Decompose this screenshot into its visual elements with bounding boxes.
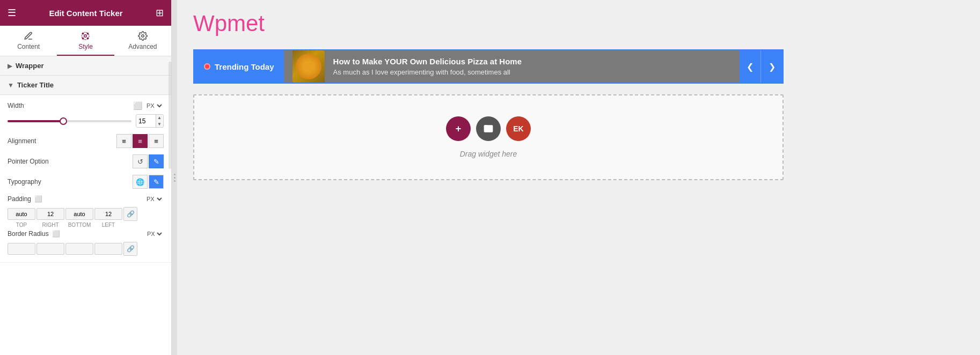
align-left-button[interactable]: ≡ [116,134,131,148]
svg-point-6 [142,35,144,38]
chevron-down-icon: ▼ [8,82,14,89]
align-center-button[interactable]: ≡ [133,134,148,148]
padding-bottom-input[interactable] [65,208,93,220]
padding-section: Padding ⬜ PX % em [8,195,164,228]
svg-point-4 [83,38,84,39]
drop-zone[interactable]: + EK Drag widget here [193,94,784,180]
width-slider-row: ▲ ▼ [8,114,164,128]
chevron-right-icon: ▶ [8,62,12,70]
svg-point-0 [84,35,87,38]
border-radius-section: Border Radius ⬜ PX % [8,230,164,256]
border-radius-br-input[interactable] [65,243,93,255]
width-slider-thumb[interactable] [60,117,67,125]
typography-label: Typography [8,178,41,186]
width-up-arrow[interactable]: ▲ [156,115,163,121]
grid-icon[interactable]: ⊞ [156,7,164,19]
border-radius-tr-input[interactable] [36,243,64,255]
ticker-prev-button[interactable]: ❮ [740,50,761,83]
padding-link-button[interactable]: 🔗 [123,207,137,221]
ek-button[interactable]: EK [506,116,531,141]
ticker-sub-text: As much as I love experimenting with foo… [333,68,522,76]
border-radius-link-button[interactable]: 🔗 [123,242,137,256]
padding-unit-select[interactable]: PX % em [144,195,164,203]
svg-rect-8 [484,125,488,127]
ticker-title-header[interactable]: ▼ Ticker Title [0,76,171,95]
add-widget-button[interactable]: + [446,116,471,141]
wrapper-section-header[interactable]: ▶ Wrapper [0,56,171,76]
alignment-buttons: ≡ ≡ ≡ [116,134,164,148]
ticker-title-section: ▼ Ticker Title Width ⬜ PX % em [0,76,171,263]
svg-point-2 [83,33,84,34]
palette-icon [81,31,90,41]
width-screen-icon: ⬜ [133,101,142,110]
resize-handle[interactable] [172,0,177,355]
sidebar-title: Edit Content Ticker [49,9,122,18]
gear-icon [138,31,148,41]
pointer-option-label: Pointer Option [8,158,49,165]
scroll-handle[interactable] [169,62,172,169]
resize-dots [174,174,175,182]
ticker-title-label: Ticker Title [17,81,54,89]
wpmet-title: Wpmet [193,11,964,36]
pointer-edit-button[interactable]: ✎ [149,154,164,168]
border-radius-unit-select[interactable]: PX % [145,230,164,238]
ticker-text-group: How to Make YOUR Own Delicious Pizza at … [333,57,522,76]
alignment-row: Alignment ≡ ≡ ≡ [8,134,164,148]
svg-point-5 [87,38,89,39]
sidebar-header: ☰ Edit Content Ticker ⊞ [0,0,171,26]
padding-inputs-row: 🔗 [8,207,164,221]
border-radius-bl-input[interactable] [94,243,122,255]
tab-advanced[interactable]: Advanced [114,26,171,56]
wrapper-label: Wrapper [16,62,44,70]
border-radius-inputs-row: 🔗 [8,242,164,256]
border-radius-tl-input[interactable] [8,243,35,255]
padding-top-input[interactable] [8,208,35,220]
width-input-arrows[interactable]: ▲ ▼ [156,115,163,127]
ticker-main-text: How to Make YOUR Own Delicious Pizza at … [333,57,522,66]
width-slider-track[interactable] [8,120,131,122]
typography-buttons: 🌐 ✎ [133,175,164,189]
pointer-option-row: Pointer Option ↺ ✎ [8,154,164,168]
drop-text: Drag widget here [460,150,517,158]
tab-style[interactable]: Style [57,26,114,56]
pencil-icon [24,31,33,41]
border-radius-row: Border Radius ⬜ PX % [8,230,164,238]
pointer-reset-button[interactable]: ↺ [133,154,148,168]
ticker-content: How to Make YOUR Own Delicious Pizza at … [284,50,740,83]
padding-left-input[interactable] [94,208,122,220]
align-right-button[interactable]: ≡ [149,134,164,148]
typography-edit-button[interactable]: ✎ [149,175,164,189]
width-number-input[interactable]: ▲ ▼ [136,114,164,128]
sidebar-body: ▶ Wrapper ▼ Ticker Title Width ⬜ [0,56,171,355]
padding-labels: TOP RIGHT BOTTOM LEFT [8,222,164,228]
ticker-label-text: Trending Today [215,62,274,71]
width-slider-fill [8,120,63,122]
ticker-dot [204,63,210,70]
alignment-label: Alignment [8,137,36,145]
tab-content[interactable]: Content [0,26,57,56]
width-input-field[interactable] [136,116,156,127]
ticker-image [292,50,325,83]
hamburger-icon[interactable]: ☰ [8,7,16,19]
typography-globe-button[interactable]: 🌐 [133,175,148,189]
border-radius-screen-icon: ⬜ [52,230,60,238]
width-row: Width ⬜ PX % em [8,101,164,110]
padding-right-input[interactable] [36,208,64,220]
border-radius-label: Border Radius [8,230,49,238]
pointer-buttons: ↺ ✎ [133,154,164,168]
ticker-next-button[interactable]: ❯ [761,50,782,83]
svg-point-3 [87,33,89,34]
typography-row: Typography 🌐 ✎ [8,175,164,189]
sidebar-tabs: Content Style Advanced [0,26,171,56]
padding-screen-icon: ⬜ [34,195,42,203]
drop-buttons: + EK [446,116,531,141]
padding-row: Padding ⬜ PX % em [8,195,164,203]
ticker-label: Trending Today [194,50,284,83]
main-content: Wpmet Trending Today How to Make YOUR Ow… [177,0,980,355]
width-unit-select[interactable]: PX % em [144,102,164,109]
width-label: Width [8,102,24,109]
ticker-thumbnail [292,50,325,83]
folder-button[interactable] [476,116,501,141]
padding-label: Padding [8,195,31,203]
width-down-arrow[interactable]: ▼ [156,121,163,128]
